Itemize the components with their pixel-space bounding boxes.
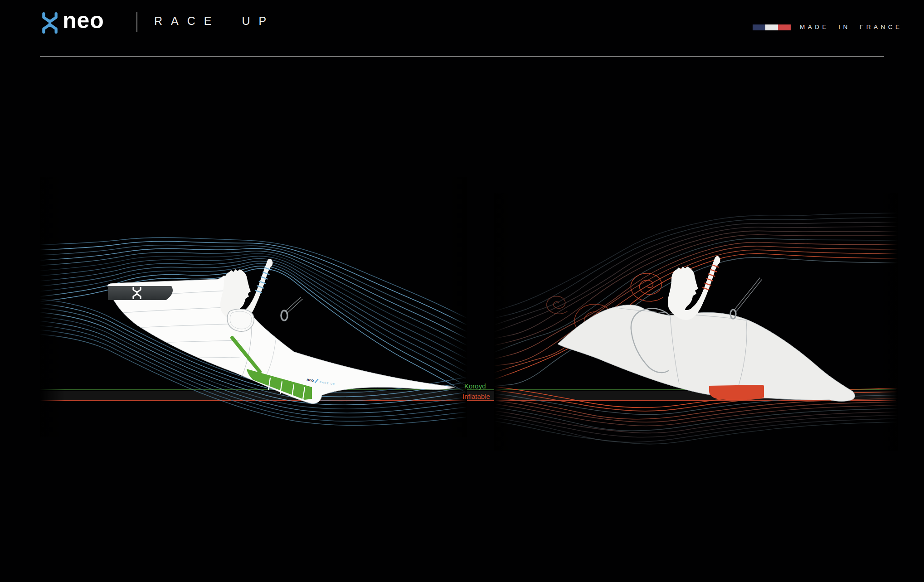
brand-name: neo bbox=[63, 7, 104, 34]
neo-snowflake-icon bbox=[39, 10, 61, 35]
right-flow-diagram-inflatable bbox=[494, 193, 898, 451]
header-rule bbox=[40, 56, 884, 57]
carabiner-icon bbox=[730, 278, 762, 319]
flag-white-band bbox=[765, 24, 778, 30]
page-root: neo RACE UP MADE IN FRANCE neoRACE UP Ko… bbox=[0, 0, 924, 582]
inflatable-harness-pod bbox=[558, 305, 855, 402]
left-edge-fade bbox=[40, 177, 65, 437]
flag-blue-band bbox=[753, 24, 765, 30]
left-edge-fade bbox=[494, 193, 513, 451]
right-edge-fade bbox=[879, 193, 898, 451]
series-title: RACE UP bbox=[154, 15, 275, 28]
shoulder-pad bbox=[227, 309, 254, 331]
brand-divider bbox=[136, 12, 137, 32]
koroyd-label: Koroyd bbox=[464, 382, 486, 390]
carabiner-icon bbox=[281, 297, 302, 320]
made-in-label: MADE IN FRANCE bbox=[800, 24, 903, 30]
french-flag-icon bbox=[753, 24, 791, 30]
pilot-silhouette bbox=[668, 256, 720, 320]
inflatable-label: Inflatable bbox=[462, 393, 490, 400]
red-inflatable-panel bbox=[709, 385, 764, 400]
header: neo RACE UP MADE IN FRANCE bbox=[0, 0, 924, 57]
left-flow-diagram-koroyd: neoRACE UP bbox=[40, 177, 467, 437]
flag-red-band bbox=[778, 24, 791, 30]
pod-brand-band bbox=[108, 286, 173, 300]
